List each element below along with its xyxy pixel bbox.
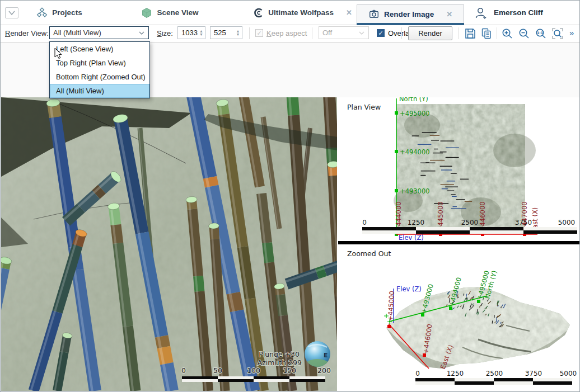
separator bbox=[312, 27, 312, 39]
svg-text:+494000: +494000 bbox=[400, 148, 430, 156]
svg-text:100: 100 bbox=[247, 366, 260, 375]
tab-label: Scene View bbox=[157, 8, 198, 17]
close-icon[interactable]: ✕ bbox=[346, 9, 352, 16]
dropdown-item-left-scene-view[interactable]: Left (Scene View) bbox=[50, 42, 149, 56]
tab-projects[interactable]: Projects bbox=[17, 1, 101, 25]
render-view-dropdown-menu: Left (Scene View) Top Right (Plan View) … bbox=[49, 41, 150, 98]
svg-text:1250: 1250 bbox=[408, 219, 425, 226]
save-image-button[interactable] bbox=[464, 27, 477, 40]
tab-label: Ultimate Wolfpass bbox=[268, 8, 334, 17]
separator bbox=[497, 27, 497, 39]
separator bbox=[401, 27, 402, 39]
overlay-mode-combobox[interactable]: Off bbox=[319, 26, 369, 39]
toolbar-overflow-button[interactable]: » bbox=[569, 28, 574, 37]
tab-bar: Projects Scene View Ultimate Wolfpass ✕ bbox=[1, 1, 579, 25]
copy-image-button[interactable] bbox=[480, 27, 493, 40]
svg-text:2500: 2500 bbox=[461, 219, 479, 226]
plan-view-map bbox=[394, 104, 536, 234]
elev-axis-label: Elev (Z) bbox=[399, 234, 424, 241]
svg-text:+445000: +445000 bbox=[386, 291, 396, 321]
spinner-arrows-icon[interactable]: ▲▼ bbox=[234, 27, 242, 39]
separator bbox=[249, 27, 250, 39]
elev-axis-label: Elev (Z) bbox=[396, 285, 422, 293]
dropdown-item-top-right-plan-view[interactable]: Top Right (Plan View) bbox=[50, 56, 149, 70]
keep-aspect-label: Keep aspect bbox=[266, 29, 307, 37]
overlay-mode-value: Off bbox=[322, 29, 332, 37]
scene-view-icon bbox=[141, 7, 152, 18]
render-view-combobox[interactable]: All (Multi View) bbox=[49, 26, 149, 39]
svg-text:5000: 5000 bbox=[558, 219, 576, 226]
svg-text:200: 200 bbox=[317, 366, 331, 375]
tab-label: Projects bbox=[52, 8, 82, 17]
user-icon bbox=[474, 6, 488, 20]
compass-east-letter: E bbox=[324, 352, 328, 359]
zoomed-out-panel: Zoomed Out Elev (Z) bbox=[338, 244, 579, 391]
svg-text:50: 50 bbox=[213, 366, 222, 375]
wolfpass-logo-icon bbox=[254, 8, 264, 18]
zoom-fit-button[interactable] bbox=[551, 27, 564, 40]
height-value: 525 bbox=[211, 29, 234, 37]
dropdown-item-bottom-right-zoomed-out[interactable]: Bottom Right (Zoomed Out) bbox=[50, 70, 149, 84]
svg-text:+493000: +493000 bbox=[400, 187, 430, 195]
zoom-in-button[interactable] bbox=[501, 27, 514, 40]
svg-text:3750: 3750 bbox=[525, 370, 542, 377]
camera-icon bbox=[368, 8, 380, 20]
plunge-label: Plunge +30 bbox=[259, 350, 300, 358]
svg-text:0: 0 bbox=[415, 370, 420, 377]
svg-text:1250: 1250 bbox=[447, 370, 464, 377]
zoom-out-button[interactable] bbox=[517, 27, 531, 40]
width-value: 1033 bbox=[178, 29, 198, 37]
svg-text:+446000: +446000 bbox=[479, 201, 487, 232]
tab-render-image[interactable]: Render Image ✕ bbox=[357, 4, 464, 23]
chevron-down-icon bbox=[358, 31, 365, 35]
width-spinner[interactable]: 1033 ▲▼ bbox=[177, 26, 205, 39]
zoomed-out-scale-bar: 0 1250 2500 3750 5000 bbox=[415, 370, 577, 385]
dropdown-item-all-multi-view[interactable]: All (Multi View) bbox=[50, 84, 149, 98]
tab-ultimate-wolfpass[interactable]: Ultimate Wolfpass ✕ bbox=[250, 1, 356, 25]
scene-view-panel: 0 50 100 150 200 Plunge +30 Azimuth 299 bbox=[1, 97, 337, 391]
svg-text:+447000: +447000 bbox=[521, 201, 528, 232]
keep-aspect-checkbox[interactable]: ✓ bbox=[255, 29, 263, 37]
chevron-down-icon bbox=[6, 8, 18, 18]
window-menu-button[interactable] bbox=[5, 7, 18, 18]
azimuth-label: Azimuth 299 bbox=[258, 358, 302, 367]
orientation-readout: Plunge +30 Azimuth 299 bbox=[258, 350, 302, 367]
render-toolbar: Render View: All (Multi View) Size: 1033… bbox=[1, 25, 579, 42]
rendered-image: 0 50 100 150 200 Plunge +30 Azimuth 299 bbox=[1, 97, 579, 391]
svg-text:5000: 5000 bbox=[560, 370, 577, 377]
north-axis-label: North (Y) bbox=[399, 97, 428, 103]
separator bbox=[459, 27, 459, 39]
size-label: Size: bbox=[157, 29, 173, 37]
svg-text:0: 0 bbox=[362, 219, 367, 226]
app-window: Projects Scene View Ultimate Wolfpass ✕ bbox=[0, 0, 580, 392]
render-view-label: Render View: bbox=[5, 29, 49, 37]
svg-text:0: 0 bbox=[181, 366, 186, 375]
spinner-arrows-icon[interactable]: ▲▼ bbox=[198, 27, 205, 39]
chevron-down-icon bbox=[138, 31, 145, 35]
svg-text:1:1: 1:1 bbox=[537, 31, 543, 35]
svg-text:150: 150 bbox=[283, 366, 296, 375]
zoom-actual-size-button[interactable]: 1:1 bbox=[534, 27, 548, 40]
user-name: Emerson Cliff bbox=[494, 8, 543, 17]
close-icon[interactable]: ✕ bbox=[446, 11, 452, 18]
svg-text:+495000: +495000 bbox=[400, 110, 430, 117]
tab-label: Render Image bbox=[384, 10, 434, 18]
render-view-value: All (Multi View) bbox=[53, 29, 101, 37]
svg-text:+444000: +444000 bbox=[395, 201, 403, 232]
user-menu[interactable]: Emerson Cliff bbox=[474, 1, 569, 25]
height-spinner[interactable]: 525 ▲▼ bbox=[210, 26, 242, 39]
plan-view-panel: Plan View North (Y) bbox=[338, 97, 579, 241]
svg-text:3750: 3750 bbox=[515, 219, 532, 226]
overlay-checkbox[interactable]: ✓ bbox=[377, 29, 385, 37]
svg-text:+445000: +445000 bbox=[437, 201, 445, 232]
svg-text:2500: 2500 bbox=[486, 370, 503, 377]
plan-view-title: Plan View bbox=[347, 103, 381, 111]
zoomed-out-title: Zoomed Out bbox=[347, 249, 391, 258]
tab-scene-view[interactable]: Scene View bbox=[132, 1, 208, 25]
projects-icon bbox=[36, 7, 48, 18]
render-button[interactable]: Render bbox=[408, 26, 452, 40]
